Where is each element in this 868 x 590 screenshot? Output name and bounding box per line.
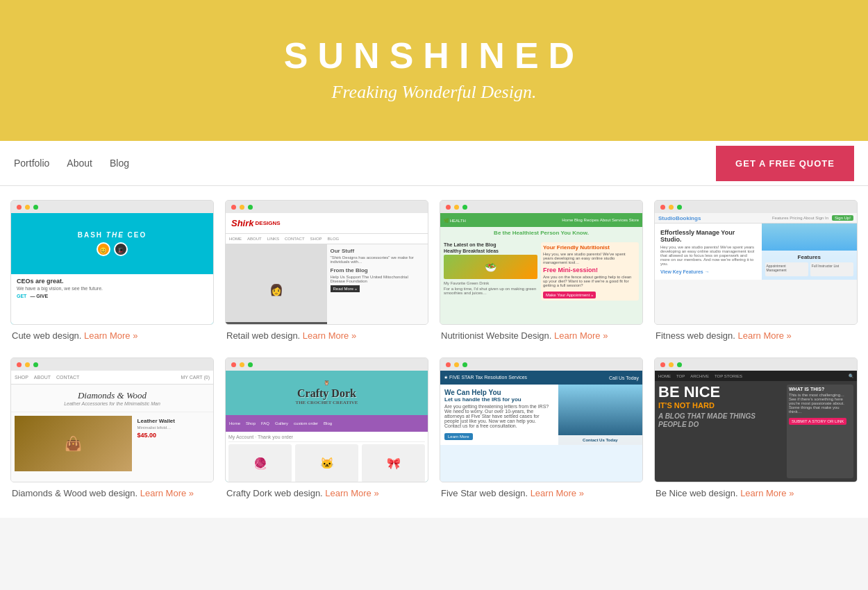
caption-text-retail: Retail web design. [226,330,303,341]
nav-link-about[interactable]: About [67,158,92,169]
browser-dot-yellow [454,362,459,367]
art-cta-nutrition: Make Your Appointment » [543,292,596,298]
art-slogan: Be the Healthiest Person You Know. [440,227,642,239]
browser-dot-green [462,205,467,210]
browser-mockup-cute: BASH the CEO 😊 🎩 CEOs are great. We have… [10,200,214,325]
browser-dot-yellow [240,362,244,367]
art-product-img: 👜 [15,416,132,471]
art-headline-fivestar: We Can Help You [444,389,554,396]
art-right-benice: WHAT IS THIS? This is the most challengi… [787,385,853,478]
browser-content-fitness: StudioBookings Features Pricing About Si… [655,213,857,324]
portfolio-item-nutrition: 🌿 HEALTH Home Blog Recipes About Service… [440,200,643,346]
browser-content-diamonds: SHOPABOUTCONTACTMY CART (0) Diamonds & W… [11,371,213,482]
site-art-cute: BASH the CEO 😊 🎩 CEOs are great. We have… [11,213,213,324]
art-main-benice: BE NICE IT'S NOT HARD A BLOG THAT MADE T… [655,381,857,482]
browser-top-bar-crafty [226,358,428,371]
art-nav-item: 🌿 HEALTH [444,218,466,223]
art-right-nutrition: Your Friendly Nutritionist Hey you, we a… [541,242,639,301]
caption-text-crafty: Crafty Dork web design. [226,488,325,498]
art-nav-diamonds: SHOPABOUTCONTACTMY CART (0) [11,371,213,385]
learn-more-diamonds[interactable]: Learn More » [140,488,194,498]
caption-text-cute: Cute web design. [12,330,84,341]
art-bottom-section: CEOs are great. We have a big vision, we… [11,274,213,324]
portfolio-item-fitness: StudioBookings Features Pricing About Si… [654,200,858,346]
art-nav-fitness: StudioBookings Features Pricing About Si… [655,213,857,224]
site-art-benice: HOME TOP ARCHIVE TOP STORIES 🔍 BE NICE I… [655,371,857,482]
browser-dot-green [248,362,253,367]
art-header-crafty: 🦉 Crafty Dork THE CROCHET CREATIVE [226,371,428,415]
browser-mockup-crafty: 🦉 Crafty Dork THE CROCHET CREATIVE Home … [225,357,428,482]
browser-top-bar-diamonds [11,358,213,371]
art-right-retail: Our Stuff "Shirk Designs has accessories… [327,244,428,324]
portfolio-item-crafty: 🦉 Crafty Dork THE CROCHET CREATIVE Home … [225,357,428,504]
browser-dot-red [446,205,451,210]
portfolio-caption-fitness: Fitness web design. Learn More » [654,325,858,346]
art-topbar-fivestar: ★ FIVE STAR Tax Resolution Services Call… [440,371,642,385]
browser-mockup-fitness: StudioBookings Features Pricing About Si… [654,200,858,325]
portfolio-caption-crafty: Crafty Dork web design. Learn More » [225,482,428,504]
learn-more-retail[interactable]: Learn More » [303,330,356,341]
site-title: SUNSHINED [14,35,854,76]
nav-links: Portfolio About Blog [14,158,129,169]
browser-top-bar-nutrition [440,201,642,213]
portfolio-grid: BASH the CEO 😊 🎩 CEOs are great. We have… [0,186,868,518]
browser-dot-green [248,205,253,210]
browser-dot-red [446,362,451,367]
art-submitbtn-benice: SUBMIT A STORY OR LINK [789,418,846,425]
art-content-crafty: My Account · Thank you order 🧶 🐱 🎀 [226,432,428,482]
browser-top-bar-fivestar [440,358,642,371]
portfolio-caption-nutrition: Nutritionist Website Design. Learn More … [440,325,643,346]
portfolio-item-cute: BASH the CEO 😊 🎩 CEOs are great. We have… [10,200,214,346]
learn-more-cute[interactable]: Learn More » [84,330,137,341]
browser-mockup-fivestar: ★ FIVE STAR Tax Resolution Services Call… [440,357,643,482]
learn-more-fivestar[interactable]: Learn More » [531,488,584,498]
portfolio-caption-diamonds: Diamonds & Wood web design. Learn More » [10,482,214,504]
browser-dot-red [660,362,665,367]
nav-link-blog[interactable]: Blog [110,158,129,169]
site-art-diamonds: SHOPABOUTCONTACTMY CART (0) Diamonds & W… [11,371,213,482]
site-art-fitness: StudioBookings Features Pricing About Si… [655,213,857,324]
nav-link-portfolio[interactable]: Portfolio [14,158,49,169]
art-nav-crafty: Home Shop FAQ Gallery custom order Blog [226,415,428,432]
browser-top-bar-retail [226,201,428,213]
site-art-crafty: 🦉 Crafty Dork THE CROCHET CREATIVE Home … [226,371,428,482]
art-left-benice: BE NICE IT'S NOT HARD A BLOG THAT MADE T… [658,385,783,478]
caption-text-diamonds: Diamonds & Wood web design. [12,488,140,498]
art-content-nutrition: The Latest on the Blog Healthy Breakfast… [440,239,642,304]
caption-text-fivestar: Five Star web design. [441,488,531,498]
learn-more-crafty[interactable]: Learn More » [325,488,378,498]
art-hero-fitness: Effortlessly Manage Your Studio. Hey you… [655,224,857,280]
get-free-quote-button[interactable]: GET A FREE QUOTE [716,146,854,181]
navigation-bar: Portfolio About Blog GET A FREE QUOTE [0,141,868,186]
learn-more-fitness[interactable]: Learn More » [738,330,792,341]
browser-dot-yellow [454,205,459,210]
art-topnav-benice: HOME TOP ARCHIVE TOP STORIES 🔍 [655,371,857,381]
art-nav-retail: HOMEABOUTLINKSCONTACTSHOPBLOG [226,234,428,244]
site-art-fivestar: ★ FIVE STAR Tax Resolution Services Call… [440,371,642,482]
portfolio-caption-benice: Be Nice web design. Learn More » [654,482,858,504]
caption-text-nutrition: Nutritionist Website Design. [441,330,554,341]
browser-dot-green [33,362,38,367]
art-logo-diamonds: Diamonds & Wood Leather Accessories for … [11,385,213,412]
learn-more-benice[interactable]: Learn More » [740,488,794,498]
browser-content-nutrition: 🌿 HEALTH Home Blog Recipes About Service… [440,213,642,324]
browser-content-cute: BASH the CEO 😊 🎩 CEOs are great. We have… [11,213,213,324]
portfolio-caption-fivestar: Five Star web design. Learn More » [440,482,643,504]
browser-dot-red [17,205,22,210]
art-nav-nutrition: 🌿 HEALTH Home Blog Recipes About Service… [440,213,642,227]
browser-dot-green [677,362,682,367]
site-art-retail: Shirk DESIGNS HOMEABOUTLINKSCONTACTSHOPB… [226,213,428,324]
browser-dot-green [33,205,38,210]
portfolio-item-retail: Shirk DESIGNS HOMEABOUTLINKSCONTACTSHOPB… [225,200,428,346]
browser-content-crafty: 🦉 Crafty Dork THE CROCHET CREATIVE Home … [226,371,428,482]
portfolio-caption-retail: Retail web design. Learn More » [225,325,428,346]
browser-top-bar-fitness [655,201,857,213]
art-btn-fivestar: Learn More [444,433,473,440]
art-sub-fivestar: Are you getting threatening letters from… [444,404,554,428]
browser-top-bar [11,201,213,213]
portfolio-item-benice: HOME TOP ARCHIVE TOP STORIES 🔍 BE NICE I… [654,357,858,504]
site-header: SUNSHINED Freaking Wonderful Design. [0,0,868,141]
browser-dot-yellow [669,205,674,210]
art-products-diamonds: 👜 Leather Wallet Minimalist bifold… $45.… [11,412,213,475]
learn-more-nutrition[interactable]: Learn More » [554,330,608,341]
